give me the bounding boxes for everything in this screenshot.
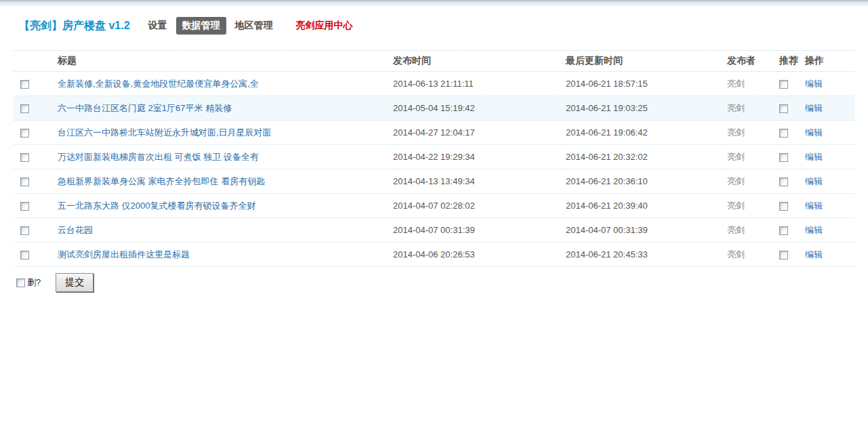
- publisher-cell: 亮剑: [727, 121, 779, 145]
- select-cell: [14, 243, 58, 267]
- recommend-cell: [779, 72, 805, 96]
- recommend-checkbox[interactable]: [779, 178, 788, 186]
- publish-time-cell: 2014-04-13 13:49:34: [393, 169, 566, 194]
- title-cell: 测试亮剑房屋出租插件这里是标题: [58, 243, 393, 267]
- publish-time-cell: 2014-06-13 21:11:11: [393, 72, 566, 96]
- recommend-checkbox[interactable]: [779, 129, 788, 138]
- edit-link[interactable]: 编辑: [805, 201, 823, 211]
- edit-link[interactable]: 编辑: [805, 152, 823, 162]
- row-select-checkbox[interactable]: [20, 226, 29, 235]
- table-row: 台江区六一中路桥北车站附近永升城对面,日月星辰对面 2014-04-27 12:…: [14, 121, 854, 145]
- publisher-cell: 亮剑: [727, 145, 779, 169]
- publisher-cell: 亮剑: [727, 243, 779, 267]
- publish-time-cell: 2014-04-07 00:31:39: [393, 218, 566, 243]
- listing-title-link[interactable]: 测试亮剑房屋出租插件这里是标题: [58, 249, 190, 259]
- update-time-cell: 2014-04-07 00:31:39: [566, 218, 727, 243]
- table-header-row: 标题 发布时间 最后更新时间 发布者 推荐 操作: [14, 51, 854, 72]
- select-cell: [14, 218, 58, 243]
- select-cell: [14, 72, 58, 96]
- publish-time-cell: 2014-04-07 02:28:02: [393, 194, 566, 218]
- edit-link[interactable]: 编辑: [805, 225, 823, 235]
- publisher-cell: 亮剑: [727, 194, 779, 218]
- edit-link[interactable]: 编辑: [805, 176, 823, 186]
- update-time-cell: 2014-06-21 19:03:25: [566, 96, 727, 121]
- edit-link[interactable]: 编辑: [805, 79, 823, 89]
- action-cell: 编辑: [805, 121, 854, 145]
- title-cell: 台江区六一中路桥北车站附近永升城对面,日月星辰对面: [58, 121, 393, 145]
- submit-button[interactable]: 提交: [56, 273, 94, 292]
- title-cell: 全新装修,全新设备,黄金地段世纪最便宜单身公寓,全: [58, 72, 393, 96]
- recommend-checkbox[interactable]: [779, 104, 788, 113]
- recommend-cell: [779, 145, 805, 169]
- listings-table: 标题 发布时间 最后更新时间 发布者 推荐 操作 全新装修,全新设备,黄金地段世…: [14, 50, 854, 267]
- action-cell: 编辑: [805, 218, 854, 243]
- listing-title-link[interactable]: 云台花园: [58, 225, 93, 235]
- recommend-checkbox[interactable]: [779, 251, 788, 259]
- edit-link[interactable]: 编辑: [805, 249, 823, 259]
- row-select-checkbox[interactable]: [20, 153, 29, 162]
- title-cell: 五一北路东大路 仅2000复式楼看房有锁设备齐全财: [58, 194, 393, 218]
- title-cell: 云台花园: [58, 218, 393, 243]
- footer-controls: 删? 提交: [16, 273, 868, 292]
- row-select-checkbox[interactable]: [20, 202, 29, 211]
- row-select-checkbox[interactable]: [20, 129, 29, 138]
- recommend-cell: [779, 243, 805, 267]
- recommend-cell: [779, 121, 805, 145]
- delete-checkbox[interactable]: [16, 278, 25, 287]
- publisher-cell: 亮剑: [727, 96, 779, 121]
- publisher-cell: 亮剑: [727, 218, 779, 243]
- listing-title-link[interactable]: 急租新界新装单身公寓 家电齐全拎包即住 看房有钥匙: [58, 176, 265, 186]
- row-select-checkbox[interactable]: [20, 104, 29, 113]
- select-cell: [14, 121, 58, 145]
- delete-label: 删?: [27, 276, 41, 289]
- recommend-checkbox[interactable]: [779, 202, 788, 211]
- action-cell: 编辑: [805, 96, 854, 121]
- action-cell: 编辑: [805, 72, 854, 96]
- update-time-cell: 2014-06-21 18:57:15: [566, 72, 727, 96]
- listing-title-link[interactable]: 六一中路台江区名门庭 2室1厅67平米 精装修: [58, 103, 232, 113]
- recommend-checkbox[interactable]: [779, 226, 788, 235]
- column-header-title: 标题: [58, 51, 393, 72]
- edit-link[interactable]: 编辑: [805, 103, 823, 113]
- recommend-checkbox[interactable]: [779, 153, 788, 162]
- update-time-cell: 2014-06-21 20:45:33: [566, 243, 727, 267]
- listing-title-link[interactable]: 五一北路东大路 仅2000复式楼看房有锁设备齐全财: [58, 201, 256, 211]
- table-row: 全新装修,全新设备,黄金地段世纪最便宜单身公寓,全 2014-06-13 21:…: [14, 72, 854, 96]
- header-checkbox-spacer: [14, 51, 58, 72]
- column-header-action: 操作: [805, 51, 854, 72]
- action-cell: 编辑: [805, 194, 854, 218]
- action-cell: 编辑: [805, 243, 854, 267]
- listing-title-link[interactable]: 全新装修,全新设备,黄金地段世纪最便宜单身公寓,全: [58, 79, 259, 89]
- tab-settings[interactable]: 设置: [144, 17, 172, 35]
- tab-data-management[interactable]: 数据管理: [176, 17, 226, 35]
- tab-region-management[interactable]: 地区管理: [230, 17, 278, 35]
- nav-tabs: 设置 数据管理 地区管理 亮剑应用中心: [144, 17, 362, 35]
- action-cell: 编辑: [805, 145, 854, 169]
- table-row: 万达对面新装电梯房首次出租 可煮饭 独卫 设备全有 2014-04-22 19:…: [14, 145, 854, 169]
- row-select-checkbox[interactable]: [20, 80, 29, 89]
- table-body: 全新装修,全新设备,黄金地段世纪最便宜单身公寓,全 2014-06-13 21:…: [14, 72, 854, 267]
- select-cell: [14, 194, 58, 218]
- column-header-publisher: 发布者: [727, 51, 779, 72]
- listing-title-link[interactable]: 万达对面新装电梯房首次出租 可煮饭 独卫 设备全有: [58, 152, 259, 162]
- edit-link[interactable]: 编辑: [805, 127, 823, 138]
- header-nav: 【亮剑】房产楼盘 v1.2 设置 数据管理 地区管理 亮剑应用中心: [0, 7, 868, 43]
- tab-app-center[interactable]: 亮剑应用中心: [291, 17, 358, 35]
- row-select-checkbox[interactable]: [20, 251, 29, 259]
- publisher-cell: 亮剑: [727, 169, 779, 194]
- recommend-cell: [779, 96, 805, 121]
- listing-title-link[interactable]: 台江区六一中路桥北车站附近永升城对面,日月星辰对面: [58, 127, 272, 138]
- title-cell: 六一中路台江区名门庭 2室1厅67平米 精装修: [58, 96, 393, 121]
- publish-time-cell: 2014-04-22 19:29:34: [393, 145, 566, 169]
- column-header-recommend: 推荐: [779, 51, 805, 72]
- select-cell: [14, 145, 58, 169]
- recommend-cell: [779, 194, 805, 218]
- recommend-checkbox[interactable]: [779, 80, 788, 89]
- select-cell: [14, 96, 58, 121]
- publish-time-cell: 2014-04-27 12:04:17: [393, 121, 566, 145]
- update-time-cell: 2014-06-21 19:06:42: [566, 121, 727, 145]
- publish-time-cell: 2014-04-06 20:26:53: [393, 243, 566, 267]
- title-cell: 万达对面新装电梯房首次出租 可煮饭 独卫 设备全有: [58, 145, 393, 169]
- row-select-checkbox[interactable]: [20, 178, 29, 186]
- table-row: 六一中路台江区名门庭 2室1厅67平米 精装修 2014-05-04 15:19…: [14, 96, 854, 121]
